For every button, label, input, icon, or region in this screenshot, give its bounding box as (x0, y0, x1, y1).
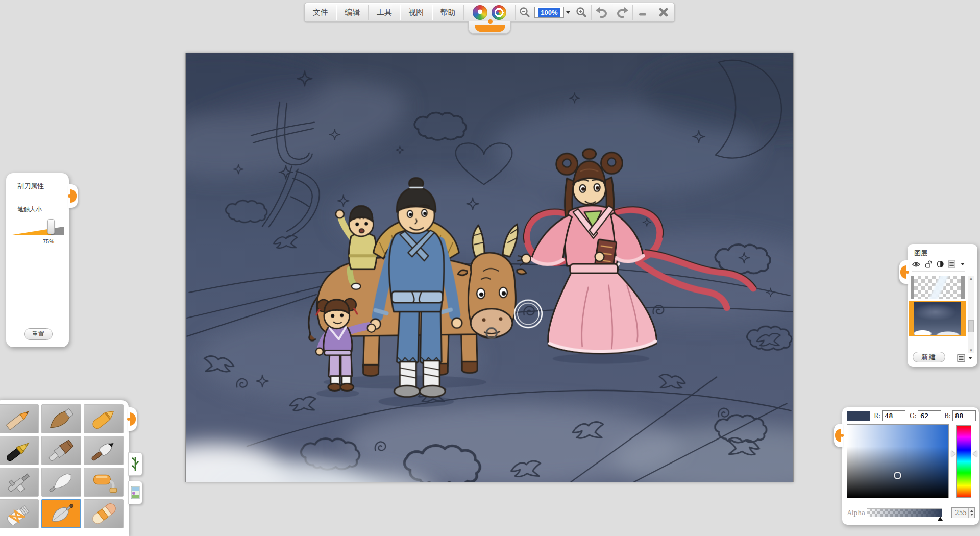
menu-view[interactable]: 视图 (400, 3, 431, 21)
wood-pen-icon (45, 408, 77, 430)
undo-button[interactable] (592, 3, 612, 21)
zoom-in-icon (576, 7, 587, 18)
logo-eye-left-icon (473, 5, 487, 20)
paint-roller-icon (88, 471, 119, 494)
main-toolbar: 文件 编辑 工具 视图 帮助 100% (304, 3, 675, 22)
zoom-level-value: 100% (538, 8, 559, 17)
logo-smile-tab (468, 21, 511, 34)
spin-down-icon[interactable] (970, 514, 973, 516)
tool-scraper[interactable] (41, 499, 81, 528)
alpha-value: 255 (952, 509, 968, 517)
ink-brush-icon (88, 440, 119, 462)
minimize-button[interactable] (633, 3, 653, 21)
alpha-label: Alpha (847, 509, 865, 517)
zoom-out-icon (519, 7, 530, 18)
tool-eraser[interactable] (84, 499, 124, 528)
flat-brush-icon (45, 440, 77, 462)
green-label: G: (910, 412, 917, 420)
scroll-down-icon[interactable]: ▼ (969, 348, 973, 353)
hue-arrow-right-icon (973, 451, 977, 457)
tab-nature-tools[interactable] (128, 452, 142, 476)
tool-paint-tube[interactable] (0, 499, 39, 528)
stamp-picture-icon (131, 486, 140, 499)
tool-airbrush[interactable] (0, 468, 39, 497)
layer-thumbnail-lineart (914, 276, 961, 299)
menu-file[interactable]: 文件 (305, 3, 336, 21)
brush-size-handle[interactable] (47, 219, 55, 234)
eraser-icon (88, 503, 119, 525)
airbrush-icon (3, 471, 35, 494)
tab-stamp-tools[interactable] (128, 481, 142, 504)
palette-collapse-handle[interactable] (128, 407, 137, 431)
layer-options-icon[interactable] (957, 354, 966, 362)
scroll-up-icon[interactable]: ▲ (969, 276, 973, 281)
brush-size-slider[interactable] (9, 222, 64, 237)
tool-ink-brush[interactable] (84, 436, 124, 465)
layer-thumbnail-sky (914, 302, 961, 335)
current-color-swatch (847, 411, 870, 421)
spin-up-icon[interactable] (970, 510, 973, 512)
tool-palette (0, 400, 129, 536)
tool-paint-roller[interactable] (84, 468, 124, 497)
layers-collapse-handle[interactable] (899, 260, 909, 284)
menu-edit[interactable]: 编辑 (336, 3, 368, 21)
tool-flat-brush[interactable] (41, 436, 81, 465)
lock-icon[interactable] (925, 260, 933, 269)
brush-size-value: 75% (43, 238, 54, 245)
close-button[interactable] (653, 3, 674, 21)
app-logo-face (464, 3, 514, 21)
pencil-icon (3, 408, 35, 430)
chevron-down-icon (566, 11, 570, 14)
layer-item-lineart[interactable] (911, 276, 965, 299)
tool-pencil[interactable] (0, 404, 39, 433)
layers-scrollbar[interactable]: ▲ ▼ (968, 276, 974, 353)
scraper-properties-panel: 刮刀属性 笔触大小 75% 重置 (6, 173, 69, 347)
fountain-pen-icon (3, 440, 35, 462)
hue-arrow-left-icon (951, 451, 955, 457)
zoom-level-field[interactable]: 100% (534, 7, 564, 18)
zoom-out-button[interactable] (516, 3, 535, 21)
blue-input[interactable] (952, 410, 976, 421)
alpha-slider[interactable] (867, 508, 942, 517)
alpha-spinner[interactable]: 255 (951, 507, 975, 518)
scrollbar-thumb[interactable] (968, 320, 974, 332)
reset-button[interactable]: 重置 (24, 328, 53, 340)
menu-tools[interactable]: 工具 (369, 3, 400, 21)
paint-tube-icon (3, 503, 35, 525)
chevron-down-icon[interactable] (968, 357, 972, 359)
hue-slider[interactable] (956, 425, 971, 498)
picker-collapse-handle[interactable] (834, 424, 843, 447)
logo-eye-right-icon (492, 5, 506, 20)
logo-nose-icon (488, 19, 493, 24)
brush-size-label: 笔触大小 (6, 191, 69, 214)
menu-help[interactable]: 帮助 (432, 3, 463, 21)
layer-item-sky[interactable] (911, 302, 965, 335)
zoom-in-button[interactable] (572, 3, 592, 21)
layers-panel: 图层 ▲ ▼ 新建 (908, 244, 977, 367)
drawing-canvas[interactable]: 七 夕 (185, 53, 794, 482)
crayon-icon (88, 408, 119, 430)
sv-cursor[interactable] (894, 472, 901, 479)
close-icon (658, 7, 669, 18)
green-input[interactable] (918, 410, 941, 421)
tool-crayon[interactable] (84, 404, 124, 433)
bamboo-icon (131, 455, 139, 473)
chevron-down-icon[interactable] (961, 263, 965, 265)
panel-collapse-handle[interactable] (68, 184, 78, 208)
alpha-slider-handle[interactable] (938, 517, 943, 521)
blue-label: B: (944, 412, 951, 420)
new-layer-button[interactable]: 新建 (913, 352, 945, 362)
scraper-icon (45, 503, 77, 525)
redo-button[interactable] (612, 3, 632, 21)
tool-fountain-pen[interactable] (0, 436, 39, 465)
visibility-eye-icon[interactable] (912, 260, 921, 269)
canvas-artwork (186, 53, 793, 482)
contrast-blend-icon[interactable] (937, 260, 944, 269)
layer-menu-icon[interactable] (948, 260, 957, 269)
tool-palette-knife[interactable] (41, 468, 81, 497)
tool-wood-pen[interactable] (41, 404, 81, 433)
red-input[interactable] (882, 410, 905, 421)
saturation-value-field[interactable] (847, 424, 949, 498)
minimize-icon (637, 7, 648, 18)
zoom-dropdown-button[interactable] (564, 7, 572, 18)
